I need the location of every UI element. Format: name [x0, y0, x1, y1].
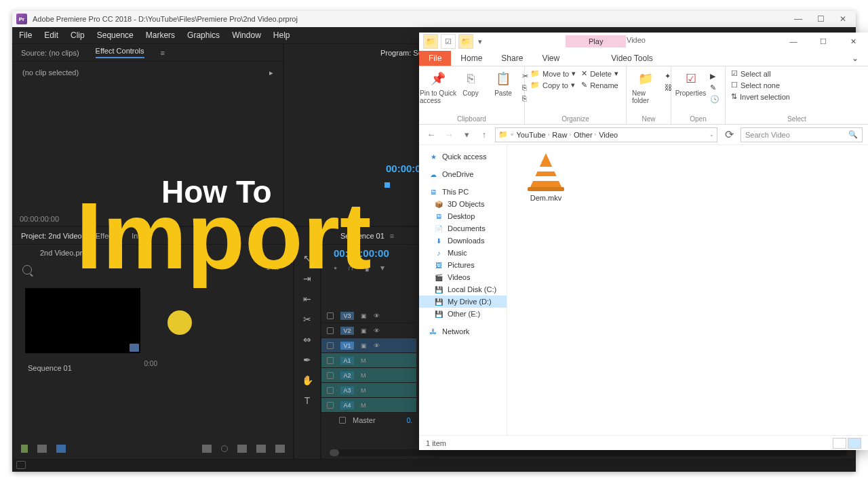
- tab-program[interactable]: Program: Se: [380, 49, 422, 57]
- menu-file[interactable]: File: [19, 30, 32, 40]
- search-box[interactable]: Search Video 🔍: [741, 127, 863, 142]
- toggle-output-icon[interactable]: ▣: [361, 327, 367, 334]
- slip-tool[interactable]: ⇔: [300, 333, 315, 346]
- explorer-titlebar[interactable]: 📁 ☑ 📁 ▾ Play Video — ☐ ✕: [419, 33, 868, 50]
- minimize-button[interactable]: —: [778, 33, 808, 50]
- details-view-button[interactable]: [833, 438, 846, 449]
- settings-icon[interactable]: ▾: [380, 263, 384, 272]
- new-folder-button[interactable]: 📁New folder: [632, 69, 659, 104]
- chevron-right-icon[interactable]: ▸: [269, 68, 273, 77]
- open-button[interactable]: ▶: [710, 72, 719, 81]
- ribbon-tab-videotools[interactable]: Video Tools: [601, 51, 663, 66]
- lock-icon[interactable]: [327, 327, 334, 334]
- find-icon[interactable]: [221, 445, 228, 452]
- nav-quick-access[interactable]: ★Quick access: [419, 150, 507, 163]
- razor-tool[interactable]: ✂: [300, 312, 315, 326]
- refresh-button[interactable]: ⟳: [722, 127, 736, 142]
- mute-icon[interactable]: M: [361, 402, 366, 409]
- eye-icon[interactable]: 👁: [374, 342, 380, 349]
- playhead-icon[interactable]: [384, 182, 390, 188]
- type-tool[interactable]: T: [300, 394, 315, 407]
- track-a3[interactable]: A3M: [321, 383, 416, 398]
- mute-icon[interactable]: M: [361, 357, 366, 364]
- folder-icon[interactable]: [237, 445, 247, 453]
- mute-icon[interactable]: M: [361, 372, 366, 379]
- tab-menu-icon[interactable]: ≡: [161, 49, 165, 57]
- scrollbar-thumb[interactable]: [330, 449, 339, 456]
- track-a2[interactable]: A2M: [321, 368, 416, 383]
- nav-onedrive[interactable]: ☁OneDrive: [419, 168, 507, 180]
- maximize-button[interactable]: ☐: [808, 33, 838, 50]
- lock-icon[interactable]: [327, 312, 334, 319]
- nav-pictures[interactable]: 🖼Pictures: [419, 259, 507, 271]
- delete-button[interactable]: ✕Delete ▾: [581, 69, 618, 78]
- lock-icon[interactable]: [339, 417, 346, 424]
- list-view-icon[interactable]: [37, 445, 47, 453]
- mute-icon[interactable]: M: [361, 387, 366, 394]
- hand-tool[interactable]: ✋: [300, 373, 315, 387]
- ripple-edit-tool[interactable]: ⇤: [300, 292, 315, 306]
- pen-tool[interactable]: ✒: [300, 353, 315, 367]
- qat-dropdown-icon[interactable]: ▾: [476, 34, 484, 49]
- premiere-titlebar[interactable]: Pr Adobe Premiere Pro CC 2018 - D:\YouTu…: [12, 11, 856, 27]
- breadcrumb-seg[interactable]: Video: [599, 131, 618, 139]
- trash-icon[interactable]: [275, 445, 285, 453]
- nav-other-e[interactable]: 💾Other (E:): [419, 308, 507, 320]
- folder-icon[interactable]: 📁: [423, 34, 438, 49]
- lock-icon[interactable]: [21, 445, 28, 453]
- nav-this-pc[interactable]: 🖥This PC: [419, 186, 507, 198]
- invert-selection-button[interactable]: ⇅Invert selection: [731, 92, 790, 101]
- lock-icon[interactable]: [327, 342, 334, 349]
- lock-icon[interactable]: [327, 357, 334, 364]
- track-a1[interactable]: A1M: [321, 353, 416, 368]
- lock-icon[interactable]: [327, 402, 334, 409]
- nav-back-button[interactable]: ←: [425, 128, 438, 142]
- select-all-button[interactable]: ☑Select all: [731, 69, 790, 78]
- toggle-output-icon[interactable]: ▣: [361, 342, 367, 349]
- tab-project[interactable]: Project: 2nd Video: [21, 232, 82, 240]
- minimize-button[interactable]: —: [794, 14, 802, 24]
- menu-help[interactable]: Help: [273, 30, 290, 40]
- move-to-button[interactable]: 📁Move to ▾: [530, 69, 576, 78]
- qat-properties-icon[interactable]: ☑: [441, 34, 456, 49]
- nav-up-button[interactable]: ↑: [477, 128, 491, 142]
- pin-quick-access-button[interactable]: 📌Pin to Quick access: [425, 69, 452, 104]
- track-master[interactable]: Master0.: [321, 413, 416, 428]
- address-bar[interactable]: 📁 « YouTube› Raw› Other› Video ⌄: [495, 127, 717, 142]
- history-button[interactable]: 🕓: [710, 95, 719, 104]
- nav-3d-objects[interactable]: 📦3D Objects: [419, 198, 507, 210]
- contextual-tab-play[interactable]: Play: [566, 35, 626, 47]
- new-item-icon[interactable]: [256, 445, 266, 453]
- nav-local-disk-c[interactable]: 💾Local Disk (C:): [419, 283, 507, 296]
- tab-menu-icon[interactable]: ≡: [390, 232, 394, 240]
- close-button[interactable]: ✕: [840, 14, 846, 24]
- track-a4[interactable]: A4M: [321, 398, 416, 413]
- nav-documents[interactable]: 📄Documents: [419, 222, 507, 235]
- menu-clip[interactable]: Clip: [71, 30, 85, 40]
- copy-button[interactable]: ⎘Copy: [457, 69, 484, 97]
- menu-graphics[interactable]: Graphics: [187, 30, 220, 40]
- track-v2[interactable]: V2▣👁: [321, 323, 416, 338]
- nav-my-drive-d[interactable]: 💾My Drive (D:): [419, 296, 507, 308]
- nav-videos[interactable]: 🎬Videos: [419, 271, 507, 283]
- copy-to-button[interactable]: 📁Copy to ▾: [530, 81, 576, 89]
- collapse-ribbon-icon[interactable]: ⌄: [842, 51, 868, 66]
- lock-icon[interactable]: [327, 372, 334, 379]
- tab-source[interactable]: Source: (no clips): [21, 49, 79, 57]
- explorer-content[interactable]: Dem.mkv: [507, 145, 868, 435]
- toggle-output-icon[interactable]: ▣: [361, 312, 367, 319]
- menu-markers[interactable]: Markers: [146, 30, 175, 40]
- file-item[interactable]: Dem.mkv: [519, 152, 572, 202]
- ribbon-tab-view[interactable]: View: [532, 51, 569, 66]
- breadcrumb-seg[interactable]: YouTube›: [516, 131, 549, 139]
- track-v3[interactable]: V3▣👁: [321, 308, 416, 323]
- tab-effect-controls[interactable]: Effect Controls: [96, 47, 144, 58]
- ribbon-tab-home[interactable]: Home: [451, 51, 492, 66]
- lock-icon[interactable]: [327, 387, 334, 394]
- project-thumbnail[interactable]: [25, 288, 140, 353]
- edit-button[interactable]: ✎: [710, 83, 719, 92]
- icons-view-button[interactable]: [848, 438, 861, 449]
- nav-music[interactable]: ♪Music: [419, 247, 507, 259]
- rename-button[interactable]: ✎Rename: [581, 81, 618, 89]
- close-button[interactable]: ✕: [838, 33, 868, 50]
